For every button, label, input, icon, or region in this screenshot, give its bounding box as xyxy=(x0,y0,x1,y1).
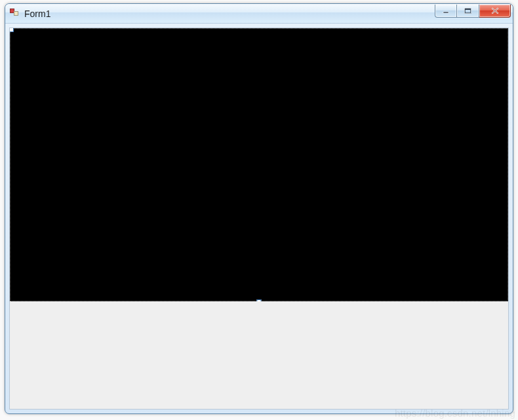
panel-top[interactable] xyxy=(10,28,508,301)
app-icon xyxy=(10,9,20,19)
app-window: Form1 xyxy=(5,3,513,414)
window-title: Form1 xyxy=(24,9,50,19)
form-designer-surface[interactable] xyxy=(9,28,509,410)
designer-resize-handle-tl[interactable] xyxy=(9,28,14,32)
minimize-icon xyxy=(443,9,449,14)
panel-bottom[interactable] xyxy=(10,301,508,409)
titlebar[interactable]: Form1 xyxy=(5,4,513,24)
minimize-button[interactable] xyxy=(435,5,457,18)
close-button[interactable] xyxy=(479,5,511,18)
maximize-icon xyxy=(464,8,471,14)
svg-rect-2 xyxy=(465,9,471,10)
window-controls xyxy=(435,4,513,23)
maximize-button[interactable] xyxy=(457,5,479,18)
svg-rect-0 xyxy=(443,12,448,13)
close-icon xyxy=(490,7,500,14)
